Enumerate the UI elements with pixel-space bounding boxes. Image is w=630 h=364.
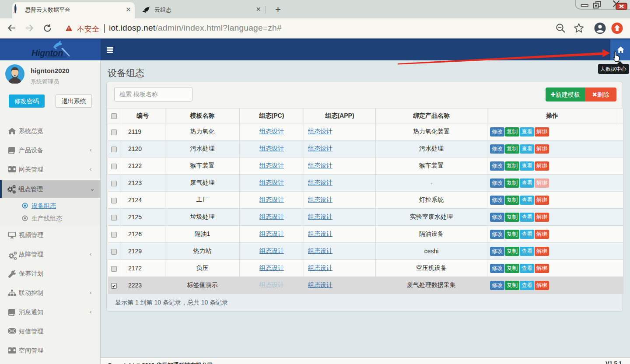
- svg-text:大数据中心: 大数据中心: [600, 66, 626, 72]
